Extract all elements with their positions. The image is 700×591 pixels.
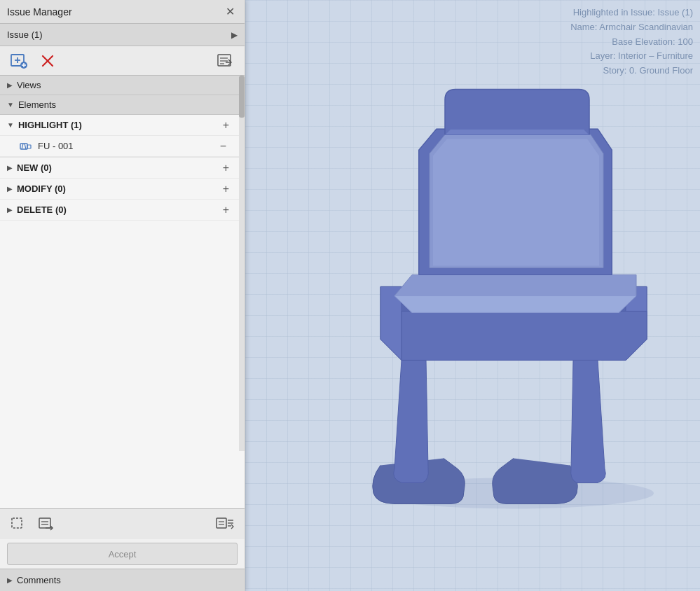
seat-frame [402, 311, 647, 360]
furniture-icon [20, 141, 32, 152]
close-button[interactable]: ✕ [223, 5, 238, 19]
fu-001-label: FU - 001 [38, 141, 217, 151]
views-chevron-icon: ▶ [7, 81, 13, 89]
chair-3d-model [310, 87, 701, 521]
accept-button[interactable]: Accept [7, 543, 238, 565]
armchair-svg [310, 87, 701, 521]
seat-cushion-top [394, 296, 636, 312]
highlight-add-icon[interactable]: + [220, 119, 232, 132]
svg-line-15 [25, 144, 26, 149]
list-filter-icon [216, 517, 234, 532]
new-row[interactable]: ▶ NEW (0) + [0, 158, 245, 179]
scrollbar-thumb[interactable] [239, 76, 245, 118]
comments-section[interactable]: ▶ Comments [0, 569, 245, 591]
delete-button[interactable] [36, 51, 59, 71]
fu-001-remove-icon[interactable]: − [217, 140, 229, 153]
left-leg [393, 360, 428, 482]
modify-add-icon[interactable]: + [220, 183, 232, 195]
svg-rect-16 [27, 145, 31, 148]
highlight-group: ▼ HIGHLIGHT (1) + FU - 001 − [0, 115, 245, 158]
issue-label: Issue (1) [7, 29, 43, 40]
add-issue-icon [11, 53, 27, 69]
issue-row[interactable]: Issue (1) ▶ [0, 24, 245, 46]
tree-area: ▶ Views ▼ Elements ▼ HIGHLIGHT (1) + [0, 76, 245, 508]
viewport: Highlighted in Issue: Issue (1) Name: Ar… [245, 0, 700, 591]
svg-rect-18 [39, 518, 50, 528]
svg-rect-22 [217, 518, 226, 528]
new-label: NEW (0) [17, 162, 220, 173]
views-label: Views [17, 80, 41, 90]
list-filter-button[interactable] [212, 515, 238, 534]
panel-title: Issue Manager [7, 6, 72, 18]
svg-rect-17 [12, 518, 22, 528]
headrest-frame [445, 89, 589, 134]
delete-row[interactable]: ▶ DELETE (0) + [0, 200, 245, 221]
highlight-chevron-icon: ▼ [7, 121, 14, 129]
modify-row[interactable]: ▶ MODIFY (0) + [0, 179, 245, 200]
views-section-header[interactable]: ▶ Views [0, 76, 245, 95]
right-leg [570, 360, 605, 482]
filter-icon [39, 517, 54, 532]
highlight-label: HIGHLIGHT (1) [18, 120, 220, 130]
highlight-row[interactable]: ▼ HIGHLIGHT (1) + [0, 115, 245, 136]
headrest-bottom [445, 129, 589, 134]
elements-label: Elements [18, 99, 56, 110]
add-issue-button[interactable] [7, 51, 31, 71]
elements-chevron-icon: ▼ [7, 101, 14, 109]
bottom-toolbar [0, 508, 245, 539]
delete-label: DELETE (0) [17, 204, 220, 215]
back-cushion-highlight [433, 139, 599, 265]
select-box-button[interactable] [7, 515, 29, 534]
scrollbar-track[interactable] [239, 76, 245, 451]
select-box-icon [11, 517, 26, 532]
issue-manager-panel: Issue Manager ✕ Issue (1) ▶ [0, 0, 245, 591]
new-chevron-icon: ▶ [7, 164, 13, 172]
fu-001-row[interactable]: FU - 001 − [0, 136, 245, 157]
issue-arrow-icon: ▶ [231, 30, 238, 40]
svg-rect-13 [20, 144, 27, 149]
title-bar: Issue Manager ✕ [0, 0, 245, 24]
toolbar [0, 46, 245, 76]
svg-line-14 [22, 144, 23, 149]
right-sled [492, 458, 577, 503]
export-button[interactable] [214, 51, 238, 71]
comments-chevron-icon: ▶ [7, 576, 13, 584]
new-add-icon[interactable]: + [220, 162, 232, 174]
elements-section-header[interactable]: ▼ Elements [0, 95, 245, 115]
modify-chevron-icon: ▶ [7, 185, 13, 193]
delete-chevron-icon: ▶ [7, 206, 13, 214]
delete-add-icon[interactable]: + [220, 204, 232, 216]
delete-icon [40, 53, 55, 69]
export-icon [217, 53, 234, 69]
modify-label: MODIFY (0) [17, 183, 220, 194]
comments-label: Comments [17, 575, 61, 585]
element-icon [20, 141, 32, 152]
filter-button[interactable] [35, 515, 57, 534]
